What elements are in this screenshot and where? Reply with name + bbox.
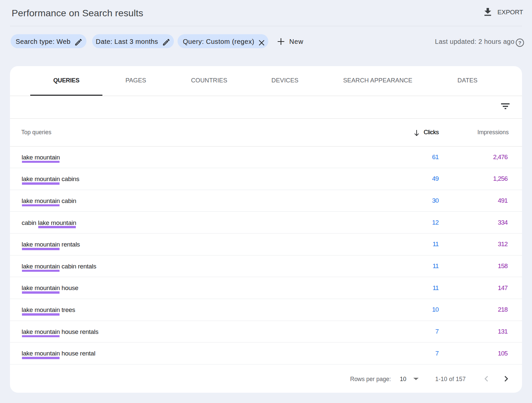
svg-text:?: ? (518, 40, 521, 45)
